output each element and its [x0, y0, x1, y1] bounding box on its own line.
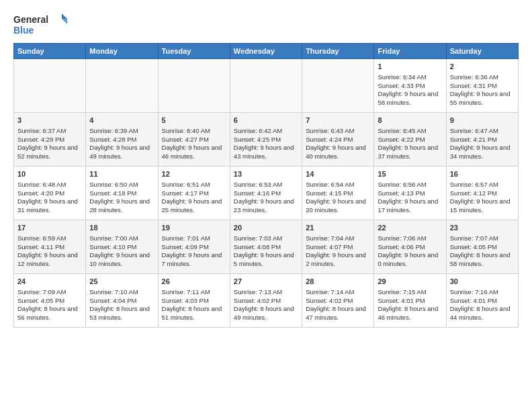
day-info: Daylight: 9 hours and 0 minutes.: [378, 251, 442, 269]
calendar-cell: 20Sunrise: 7:03 AMSunset: 4:08 PMDayligh…: [230, 220, 302, 274]
calendar-cell: 6Sunrise: 6:42 AMSunset: 4:25 PMDaylight…: [230, 113, 302, 167]
day-number: 30: [450, 277, 515, 287]
calendar-cell: 18Sunrise: 7:00 AMSunset: 4:10 PMDayligh…: [86, 220, 158, 274]
calendar-cell: 15Sunrise: 6:56 AMSunset: 4:13 PMDayligh…: [374, 167, 446, 220]
calendar-cell: 2Sunrise: 6:36 AMSunset: 4:31 PMDaylight…: [446, 59, 518, 113]
calendar-week-row: 24Sunrise: 7:09 AMSunset: 4:05 PMDayligh…: [14, 274, 519, 328]
day-info: Daylight: 9 hours and 52 minutes.: [17, 144, 82, 161]
calendar-week-row: 10Sunrise: 6:48 AMSunset: 4:20 PMDayligh…: [14, 167, 519, 220]
day-number: 5: [162, 116, 226, 126]
day-info: Daylight: 9 hours and 43 minutes.: [234, 144, 298, 161]
day-info: Sunset: 4:05 PM: [450, 243, 515, 252]
day-info: Daylight: 8 hours and 58 minutes.: [450, 251, 515, 269]
day-number: 4: [89, 116, 154, 126]
calendar-cell: [86, 59, 158, 113]
day-info: Sunrise: 6:45 AM: [378, 127, 442, 136]
logo: General Blue: [13, 12, 67, 39]
calendar-cell: 30Sunrise: 7:16 AMSunset: 4:01 PMDayligh…: [446, 274, 518, 328]
day-info: Daylight: 9 hours and 31 minutes.: [17, 197, 82, 215]
day-number: 14: [306, 169, 370, 179]
day-info: Sunrise: 7:14 AM: [306, 288, 370, 297]
day-info: Sunset: 4:06 PM: [378, 243, 442, 252]
day-info: Sunrise: 7:15 AM: [378, 288, 442, 297]
day-number: 15: [378, 169, 442, 179]
day-info: Daylight: 9 hours and 20 minutes.: [306, 197, 370, 215]
weekday-header: Thursday: [302, 44, 374, 59]
day-info: Sunrise: 7:07 AM: [450, 234, 515, 243]
day-info: Sunrise: 6:37 AM: [17, 127, 82, 136]
day-info: Daylight: 9 hours and 58 minutes.: [378, 90, 442, 107]
day-info: Sunrise: 6:34 AM: [378, 73, 442, 82]
day-info: Daylight: 9 hours and 28 minutes.: [89, 197, 154, 215]
header: General Blue: [13, 12, 519, 39]
calendar-cell: 22Sunrise: 7:06 AMSunset: 4:06 PMDayligh…: [374, 220, 446, 274]
day-info: Daylight: 9 hours and 40 minutes.: [306, 144, 370, 161]
day-info: Daylight: 9 hours and 10 minutes.: [89, 251, 154, 269]
day-info: Sunset: 4:15 PM: [306, 189, 370, 198]
day-number: 20: [234, 223, 298, 233]
day-info: Daylight: 8 hours and 53 minutes.: [89, 305, 154, 322]
weekday-header: Wednesday: [230, 44, 302, 59]
day-info: Daylight: 9 hours and 23 minutes.: [234, 197, 298, 215]
day-number: 29: [378, 277, 442, 287]
calendar-cell: 3Sunrise: 6:37 AMSunset: 4:29 PMDaylight…: [14, 113, 86, 167]
day-info: Sunset: 4:11 PM: [17, 243, 82, 252]
day-info: Daylight: 9 hours and 15 minutes.: [450, 197, 515, 215]
day-info: Sunset: 4:20 PM: [17, 189, 82, 198]
day-info: Sunrise: 6:51 AM: [162, 181, 226, 189]
day-info: Daylight: 9 hours and 37 minutes.: [378, 144, 442, 161]
day-info: Sunset: 4:01 PM: [378, 297, 442, 306]
day-info: Sunrise: 7:03 AM: [234, 234, 298, 243]
day-number: 24: [17, 277, 82, 287]
weekday-header: Sunday: [14, 44, 86, 59]
calendar-cell: 11Sunrise: 6:50 AMSunset: 4:18 PMDayligh…: [86, 167, 158, 220]
day-info: Daylight: 9 hours and 25 minutes.: [162, 197, 226, 215]
day-info: Sunrise: 6:42 AM: [234, 127, 298, 136]
calendar-cell: 14Sunrise: 6:54 AMSunset: 4:15 PMDayligh…: [302, 167, 374, 220]
calendar-header-row: SundayMondayTuesdayWednesdayThursdayFrid…: [14, 44, 519, 59]
day-number: 18: [89, 223, 154, 233]
calendar-cell: 4Sunrise: 6:39 AMSunset: 4:28 PMDaylight…: [86, 113, 158, 167]
day-info: Daylight: 8 hours and 46 minutes.: [378, 305, 442, 322]
day-info: Sunset: 4:29 PM: [17, 136, 82, 144]
day-info: Daylight: 8 hours and 44 minutes.: [450, 305, 515, 322]
svg-text:Blue: Blue: [13, 25, 34, 36]
day-info: Sunset: 4:22 PM: [378, 136, 442, 144]
day-info: Sunset: 4:27 PM: [162, 136, 226, 144]
day-info: Daylight: 9 hours and 46 minutes.: [162, 144, 226, 161]
day-info: Sunrise: 6:40 AM: [162, 127, 226, 136]
day-number: 25: [89, 277, 154, 287]
day-number: 19: [162, 223, 226, 233]
day-info: Daylight: 8 hours and 51 minutes.: [162, 305, 226, 322]
day-info: Sunrise: 6:36 AM: [450, 73, 515, 82]
day-number: 12: [162, 169, 226, 179]
day-info: Daylight: 9 hours and 5 minutes.: [234, 251, 298, 269]
day-number: 21: [306, 223, 370, 233]
calendar-cell: 16Sunrise: 6:57 AMSunset: 4:12 PMDayligh…: [446, 167, 518, 220]
day-info: Sunset: 4:13 PM: [378, 189, 442, 198]
day-info: Sunrise: 7:04 AM: [306, 234, 370, 243]
day-info: Daylight: 9 hours and 12 minutes.: [17, 251, 82, 269]
page: General Blue SundayMondayTuesdayWednesda…: [0, 0, 532, 334]
day-info: Sunrise: 6:43 AM: [306, 127, 370, 136]
day-info: Daylight: 9 hours and 49 minutes.: [89, 144, 154, 161]
calendar-cell: 27Sunrise: 7:13 AMSunset: 4:02 PMDayligh…: [230, 274, 302, 328]
day-info: Daylight: 8 hours and 56 minutes.: [17, 305, 82, 322]
day-info: Sunset: 4:05 PM: [17, 297, 82, 306]
day-info: Sunset: 4:24 PM: [306, 136, 370, 144]
day-info: Sunset: 4:17 PM: [162, 189, 226, 198]
day-info: Sunrise: 7:01 AM: [162, 234, 226, 243]
calendar-cell: 13Sunrise: 6:53 AMSunset: 4:16 PMDayligh…: [230, 167, 302, 220]
day-number: 8: [378, 116, 442, 126]
day-info: Daylight: 9 hours and 7 minutes.: [162, 251, 226, 269]
calendar-cell: 19Sunrise: 7:01 AMSunset: 4:09 PMDayligh…: [158, 220, 230, 274]
day-info: Sunset: 4:10 PM: [89, 243, 154, 252]
calendar-cell: 26Sunrise: 7:11 AMSunset: 4:03 PMDayligh…: [158, 274, 230, 328]
calendar-cell: 23Sunrise: 7:07 AMSunset: 4:05 PMDayligh…: [446, 220, 518, 274]
day-info: Sunrise: 6:56 AM: [378, 181, 442, 189]
day-info: Sunset: 4:12 PM: [450, 189, 515, 198]
weekday-header: Monday: [86, 44, 158, 59]
day-number: 11: [89, 169, 154, 179]
day-number: 16: [450, 169, 515, 179]
day-number: 6: [234, 116, 298, 126]
